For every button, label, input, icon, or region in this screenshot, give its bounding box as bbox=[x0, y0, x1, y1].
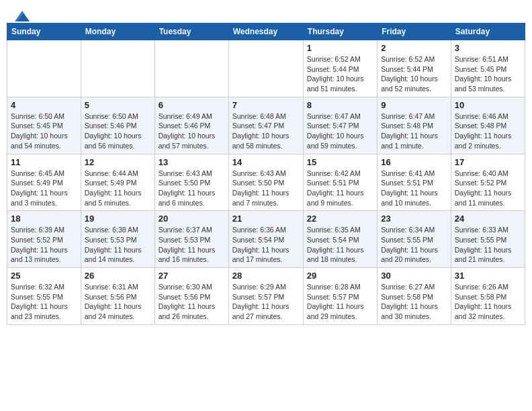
cell-info: Sunrise: 6:27 AMSunset: 5:58 PMDaylight:… bbox=[381, 282, 447, 322]
day-number: 31 bbox=[455, 271, 521, 281]
day-number: 9 bbox=[381, 100, 447, 110]
cell-info: Sunrise: 6:42 AMSunset: 5:51 PMDaylight:… bbox=[307, 169, 373, 208]
calendar-cell bbox=[154, 40, 228, 97]
cell-info: Sunrise: 6:37 AMSunset: 5:53 PMDaylight:… bbox=[159, 225, 225, 265]
day-number: 8 bbox=[307, 100, 373, 110]
cell-info: Sunrise: 6:48 AMSunset: 5:47 PMDaylight:… bbox=[232, 111, 300, 151]
column-header-saturday: Saturday bbox=[451, 24, 525, 40]
logo bbox=[13, 11, 30, 20]
calendar-cell: 14Sunrise: 6:43 AMSunset: 5:50 PMDayligh… bbox=[228, 154, 303, 211]
page-header bbox=[7, 7, 525, 20]
day-number: 22 bbox=[307, 214, 373, 224]
day-number: 21 bbox=[232, 214, 300, 224]
calendar-cell: 11Sunrise: 6:45 AMSunset: 5:49 PMDayligh… bbox=[7, 154, 81, 211]
calendar-cell: 29Sunrise: 6:28 AMSunset: 5:57 PMDayligh… bbox=[303, 268, 377, 325]
cell-info: Sunrise: 6:31 AMSunset: 5:56 PMDaylight:… bbox=[85, 282, 151, 322]
cell-info: Sunrise: 6:50 AMSunset: 5:45 PMDaylight:… bbox=[11, 111, 77, 151]
logo-icon bbox=[15, 11, 30, 21]
day-number: 14 bbox=[232, 157, 300, 167]
cell-info: Sunrise: 6:47 AMSunset: 5:48 PMDaylight:… bbox=[381, 111, 447, 151]
day-number: 26 bbox=[85, 271, 151, 281]
calendar-cell: 26Sunrise: 6:31 AMSunset: 5:56 PMDayligh… bbox=[81, 268, 154, 325]
day-number: 24 bbox=[455, 214, 521, 224]
calendar-cell: 27Sunrise: 6:30 AMSunset: 5:56 PMDayligh… bbox=[154, 268, 228, 325]
day-number: 11 bbox=[11, 157, 77, 167]
day-number: 20 bbox=[159, 214, 225, 224]
calendar-cell: 16Sunrise: 6:41 AMSunset: 5:51 PMDayligh… bbox=[378, 154, 451, 211]
cell-info: Sunrise: 6:46 AMSunset: 5:48 PMDaylight:… bbox=[455, 111, 521, 151]
day-number: 15 bbox=[307, 157, 373, 167]
column-header-wednesday: Wednesday bbox=[228, 24, 303, 40]
calendar-cell: 19Sunrise: 6:38 AMSunset: 5:53 PMDayligh… bbox=[81, 211, 154, 268]
calendar-cell bbox=[228, 40, 303, 97]
calendar-cell: 7Sunrise: 6:48 AMSunset: 5:47 PMDaylight… bbox=[228, 97, 303, 154]
day-number: 1 bbox=[307, 43, 373, 53]
calendar-cell: 2Sunrise: 6:52 AMSunset: 5:44 PMDaylight… bbox=[378, 40, 451, 97]
cell-info: Sunrise: 6:40 AMSunset: 5:52 PMDaylight:… bbox=[455, 169, 521, 208]
calendar-cell: 20Sunrise: 6:37 AMSunset: 5:53 PMDayligh… bbox=[154, 211, 228, 268]
day-number: 18 bbox=[11, 214, 77, 224]
calendar-week-row: 18Sunrise: 6:39 AMSunset: 5:52 PMDayligh… bbox=[7, 211, 525, 268]
calendar-cell: 17Sunrise: 6:40 AMSunset: 5:52 PMDayligh… bbox=[451, 154, 525, 211]
calendar-cell: 13Sunrise: 6:43 AMSunset: 5:50 PMDayligh… bbox=[154, 154, 228, 211]
calendar-cell: 31Sunrise: 6:26 AMSunset: 5:58 PMDayligh… bbox=[451, 268, 525, 325]
day-number: 2 bbox=[381, 43, 447, 53]
calendar-cell: 21Sunrise: 6:36 AMSunset: 5:54 PMDayligh… bbox=[228, 211, 303, 268]
calendar-cell: 25Sunrise: 6:32 AMSunset: 5:55 PMDayligh… bbox=[7, 268, 81, 325]
calendar-cell: 18Sunrise: 6:39 AMSunset: 5:52 PMDayligh… bbox=[7, 211, 81, 268]
day-number: 16 bbox=[381, 157, 447, 167]
cell-info: Sunrise: 6:34 AMSunset: 5:55 PMDaylight:… bbox=[381, 225, 447, 265]
day-number: 12 bbox=[85, 157, 151, 167]
calendar-week-row: 25Sunrise: 6:32 AMSunset: 5:55 PMDayligh… bbox=[7, 268, 525, 325]
cell-info: Sunrise: 6:26 AMSunset: 5:58 PMDaylight:… bbox=[455, 282, 521, 322]
day-number: 7 bbox=[232, 100, 300, 110]
cell-info: Sunrise: 6:30 AMSunset: 5:56 PMDaylight:… bbox=[159, 282, 225, 322]
calendar-cell: 12Sunrise: 6:44 AMSunset: 5:49 PMDayligh… bbox=[81, 154, 154, 211]
cell-info: Sunrise: 6:43 AMSunset: 5:50 PMDaylight:… bbox=[159, 169, 225, 208]
column-header-thursday: Thursday bbox=[303, 24, 377, 40]
column-header-friday: Friday bbox=[378, 24, 451, 40]
cell-info: Sunrise: 6:45 AMSunset: 5:49 PMDaylight:… bbox=[11, 169, 77, 208]
day-number: 28 bbox=[232, 271, 300, 281]
cell-info: Sunrise: 6:51 AMSunset: 5:45 PMDaylight:… bbox=[455, 54, 521, 94]
calendar-cell: 15Sunrise: 6:42 AMSunset: 5:51 PMDayligh… bbox=[303, 154, 377, 211]
day-number: 25 bbox=[11, 271, 77, 281]
calendar-cell: 5Sunrise: 6:50 AMSunset: 5:46 PMDaylight… bbox=[81, 97, 154, 154]
day-number: 4 bbox=[11, 100, 77, 110]
cell-info: Sunrise: 6:33 AMSunset: 5:55 PMDaylight:… bbox=[455, 225, 521, 265]
day-number: 17 bbox=[455, 157, 521, 167]
calendar-week-row: 4Sunrise: 6:50 AMSunset: 5:45 PMDaylight… bbox=[7, 97, 525, 154]
calendar-week-row: 11Sunrise: 6:45 AMSunset: 5:49 PMDayligh… bbox=[7, 154, 525, 211]
calendar-header-row: SundayMondayTuesdayWednesdayThursdayFrid… bbox=[7, 24, 525, 40]
calendar-cell: 1Sunrise: 6:52 AMSunset: 5:44 PMDaylight… bbox=[303, 40, 377, 97]
day-number: 10 bbox=[455, 100, 521, 110]
cell-info: Sunrise: 6:36 AMSunset: 5:54 PMDaylight:… bbox=[232, 225, 300, 265]
calendar-cell: 10Sunrise: 6:46 AMSunset: 5:48 PMDayligh… bbox=[451, 97, 525, 154]
calendar-cell bbox=[81, 40, 154, 97]
calendar-cell: 4Sunrise: 6:50 AMSunset: 5:45 PMDaylight… bbox=[7, 97, 81, 154]
day-number: 23 bbox=[381, 214, 447, 224]
calendar-cell: 30Sunrise: 6:27 AMSunset: 5:58 PMDayligh… bbox=[378, 268, 451, 325]
cell-info: Sunrise: 6:43 AMSunset: 5:50 PMDaylight:… bbox=[232, 169, 300, 208]
cell-info: Sunrise: 6:32 AMSunset: 5:55 PMDaylight:… bbox=[11, 282, 77, 322]
cell-info: Sunrise: 6:47 AMSunset: 5:47 PMDaylight:… bbox=[307, 111, 373, 151]
day-number: 5 bbox=[85, 100, 151, 110]
calendar-cell: 24Sunrise: 6:33 AMSunset: 5:55 PMDayligh… bbox=[451, 211, 525, 268]
cell-info: Sunrise: 6:44 AMSunset: 5:49 PMDaylight:… bbox=[85, 169, 151, 208]
calendar-cell: 28Sunrise: 6:29 AMSunset: 5:57 PMDayligh… bbox=[228, 268, 303, 325]
day-number: 6 bbox=[159, 100, 225, 110]
calendar-cell: 6Sunrise: 6:49 AMSunset: 5:46 PMDaylight… bbox=[154, 97, 228, 154]
cell-info: Sunrise: 6:38 AMSunset: 5:53 PMDaylight:… bbox=[85, 225, 151, 265]
cell-info: Sunrise: 6:52 AMSunset: 5:44 PMDaylight:… bbox=[307, 54, 373, 94]
column-header-monday: Monday bbox=[81, 24, 154, 40]
day-number: 27 bbox=[159, 271, 225, 281]
cell-info: Sunrise: 6:29 AMSunset: 5:57 PMDaylight:… bbox=[232, 282, 300, 322]
cell-info: Sunrise: 6:50 AMSunset: 5:46 PMDaylight:… bbox=[85, 111, 151, 151]
cell-info: Sunrise: 6:35 AMSunset: 5:54 PMDaylight:… bbox=[307, 225, 373, 265]
calendar-cell: 23Sunrise: 6:34 AMSunset: 5:55 PMDayligh… bbox=[378, 211, 451, 268]
calendar-body: 1Sunrise: 6:52 AMSunset: 5:44 PMDaylight… bbox=[7, 40, 525, 325]
cell-info: Sunrise: 6:41 AMSunset: 5:51 PMDaylight:… bbox=[381, 169, 447, 208]
calendar-cell bbox=[7, 40, 81, 97]
cell-info: Sunrise: 6:28 AMSunset: 5:57 PMDaylight:… bbox=[307, 282, 373, 322]
calendar-week-row: 1Sunrise: 6:52 AMSunset: 5:44 PMDaylight… bbox=[7, 40, 525, 97]
